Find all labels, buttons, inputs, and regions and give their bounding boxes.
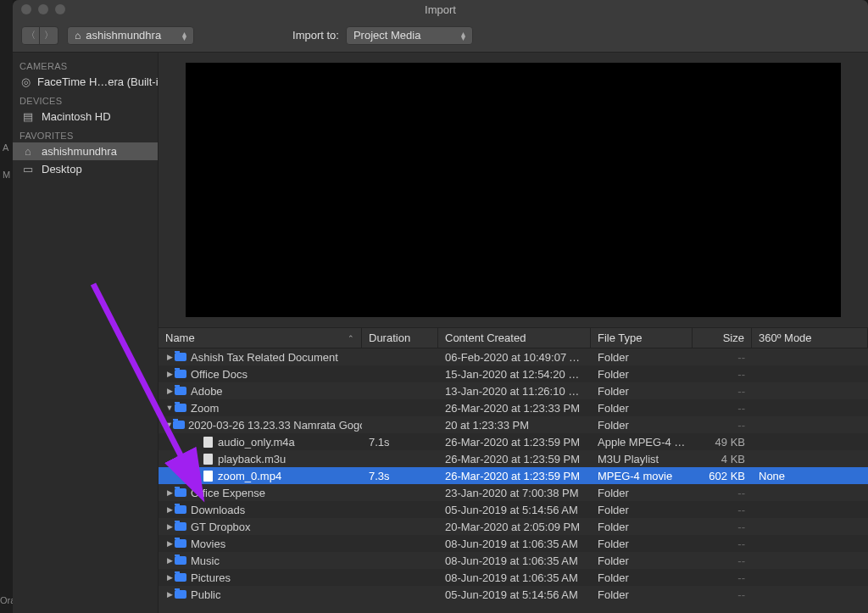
table-row[interactable]: ▶Public05-Jun-2019 at 5:14:56 AMFolder-- (159, 586, 868, 603)
table-row[interactable]: ▶Downloads05-Jun-2019 at 5:14:56 AMFolde… (159, 501, 868, 518)
table-row[interactable]: ▶Adobe13-Jan-2020 at 11:26:10 PMFolder-- (159, 382, 868, 399)
folder-icon (174, 368, 187, 380)
sidebar-heading-devices: DEVICES (13, 91, 158, 108)
file-icon (201, 453, 214, 465)
table-row[interactable]: audio_only.m4a7.1s26-Mar-2020 at 1:23:59… (159, 433, 868, 450)
content-area: CAMERAS ◎ FaceTime H…era (Built-in) DEVI… (13, 53, 868, 613)
titlebar: Import (13, 0, 868, 19)
table-row[interactable]: ▶Music08-Jun-2019 at 1:06:35 AMFolder-- (159, 552, 868, 569)
file-name: zoom_0.mp4 (218, 470, 281, 482)
toolbar: 〈 〉 ⌂ ashishmundhra ▴▾ Import to: Projec… (13, 19, 868, 53)
column-size[interactable]: Size (693, 328, 752, 348)
disclosure-triangle-icon[interactable]: ▼ (165, 421, 173, 429)
sidebar-item-label: ashishmundhra (42, 145, 117, 158)
table-body[interactable]: ▶Ashish Tax Related Document06-Feb-2020 … (159, 348, 868, 613)
cell-content-created: 26-Mar-2020 at 1:23:59 PM (438, 453, 591, 465)
folder-icon (174, 351, 187, 363)
disclosure-triangle-icon[interactable]: ▶ (165, 353, 174, 361)
cell-name: ▶Ashish Tax Related Document (159, 351, 362, 364)
cell-360-mode: None (752, 470, 868, 482)
cell-name: ▶Office Docs (159, 368, 362, 381)
disclosure-triangle-icon[interactable]: ▶ (165, 556, 174, 565)
sidebar-item-desktop[interactable]: ▭ Desktop (13, 160, 158, 178)
table-row[interactable]: ▼2020-03-26 13.23.33 Namrata Gogoi's Zoo… (159, 416, 868, 433)
cell-content-created: 26-Mar-2020 at 1:23:59 PM (438, 436, 591, 449)
cell-name: ▶Movies (159, 538, 362, 550)
table-row[interactable]: ▼Zoom26-Mar-2020 at 1:23:33 PMFolder-- (159, 399, 868, 416)
table-row[interactable]: playback.m3u26-Mar-2020 at 1:23:59 PMM3U… (159, 450, 868, 467)
disclosure-triangle-icon[interactable]: ▶ (165, 488, 174, 497)
column-content-created[interactable]: Content Created (438, 328, 591, 348)
disclosure-triangle-icon[interactable]: ▶ (165, 590, 174, 599)
file-name: Music (191, 554, 220, 567)
cell-file-type: Folder (591, 521, 693, 533)
disclosure-triangle-icon[interactable]: ▼ (165, 404, 174, 412)
chevron-right-icon: 〉 (44, 29, 53, 42)
cell-name: ▶Music (159, 554, 362, 567)
table-row[interactable]: ▶Ashish Tax Related Document06-Feb-2020 … (159, 348, 868, 365)
disclosure-triangle-icon[interactable]: ▶ (165, 505, 174, 514)
disclosure-triangle-icon[interactable]: ▶ (165, 522, 174, 531)
disclosure-triangle-icon[interactable]: ▶ (165, 573, 174, 582)
cell-content-created: 26-Mar-2020 at 1:23:33 PM (438, 402, 591, 415)
hdd-icon: ▤ (21, 110, 35, 123)
close-window-icon[interactable] (21, 4, 31, 14)
file-name: Zoom (191, 402, 219, 415)
column-duration[interactable]: Duration (362, 328, 438, 348)
home-icon: ⌂ (21, 145, 35, 158)
home-icon: ⌂ (75, 30, 81, 42)
maximize-window-icon[interactable] (55, 4, 65, 14)
sidebar-item-facetime[interactable]: ◎ FaceTime H…era (Built-in) (13, 73, 158, 91)
cell-content-created: 20 at 1:23:33 PM (438, 419, 591, 432)
folder-icon (174, 402, 187, 414)
disclosure-triangle-icon[interactable]: ▶ (165, 387, 174, 395)
preview-viewport[interactable] (186, 63, 840, 317)
sidebar-item-label: Macintosh HD (42, 110, 111, 123)
cell-name: zoom_0.mp4 (159, 470, 362, 482)
forward-button[interactable]: 〉 (40, 26, 58, 45)
column-360-mode[interactable]: 360º Mode (752, 328, 868, 348)
table-row[interactable]: ▶Office Docs15-Jan-2020 at 12:54:20 PMFo… (159, 365, 868, 382)
table-header: Name⌃ Duration Content Created File Type… (159, 327, 868, 348)
path-dropdown[interactable]: ⌂ ashishmundhra ▴▾ (67, 26, 194, 45)
cell-file-type: Apple MPEG-4 audio (591, 436, 693, 449)
table-row[interactable]: ▶Office Expense23-Jan-2020 at 7:00:38 PM… (159, 484, 868, 501)
nav-buttons: 〈 〉 (21, 26, 58, 45)
disclosure-triangle-icon[interactable]: ▶ (165, 539, 174, 548)
cell-name: playback.m3u (159, 453, 362, 465)
file-name: 2020-03-26 13.23.33 Namrata Gogoi's Zoom… (188, 419, 362, 432)
updown-icon: ▴▾ (461, 31, 465, 40)
import-to-select[interactable]: Project Media ▴▾ (346, 26, 473, 45)
cell-content-created: 05-Jun-2019 at 5:14:56 AM (438, 504, 591, 516)
cell-file-type: Folder (591, 385, 693, 398)
cell-content-created: 08-Jun-2019 at 1:06:35 AM (438, 538, 591, 550)
file-name: Downloads (191, 504, 245, 516)
window-controls[interactable] (13, 4, 65, 14)
cell-name: audio_only.m4a (159, 436, 362, 449)
window-title: Import (425, 3, 456, 16)
cell-name: ▶Pictures (159, 571, 362, 584)
folder-icon (174, 538, 187, 549)
sort-ascending-icon: ⌃ (348, 334, 354, 343)
table-row[interactable]: zoom_0.mp47.3s26-Mar-2020 at 1:23:59 PMM… (159, 467, 868, 484)
minimize-window-icon[interactable] (38, 4, 48, 14)
file-table: Name⌃ Duration Content Created File Type… (159, 327, 868, 613)
column-file-type[interactable]: File Type (591, 328, 693, 348)
table-row[interactable]: ▶Movies08-Jun-2019 at 1:06:35 AMFolder-- (159, 535, 868, 552)
cell-size: -- (693, 487, 752, 499)
back-button[interactable]: 〈 (21, 26, 40, 45)
sidebar-item-home[interactable]: ⌂ ashishmundhra (13, 142, 158, 160)
sidebar-item-macintosh-hd[interactable]: ▤ Macintosh HD (13, 108, 158, 125)
import-window: Import 〈 〉 ⌂ ashishmundhra ▴▾ Import to:… (13, 0, 868, 613)
cell-size: 4 KB (693, 453, 752, 465)
cell-file-type: Folder (591, 571, 693, 584)
column-name[interactable]: Name⌃ (159, 328, 362, 348)
table-row[interactable]: ▶Pictures08-Jun-2019 at 1:06:35 AMFolder… (159, 569, 868, 586)
disclosure-triangle-icon[interactable]: ▶ (165, 370, 174, 378)
file-name: Adobe (191, 385, 223, 398)
cell-size: -- (693, 385, 752, 398)
main-panel: Name⌃ Duration Content Created File Type… (159, 53, 868, 613)
table-row[interactable]: ▶GT Dropbox20-Mar-2020 at 2:05:09 PMFold… (159, 518, 868, 535)
folder-icon (174, 385, 187, 397)
sidebar: CAMERAS ◎ FaceTime H…era (Built-in) DEVI… (13, 53, 159, 613)
